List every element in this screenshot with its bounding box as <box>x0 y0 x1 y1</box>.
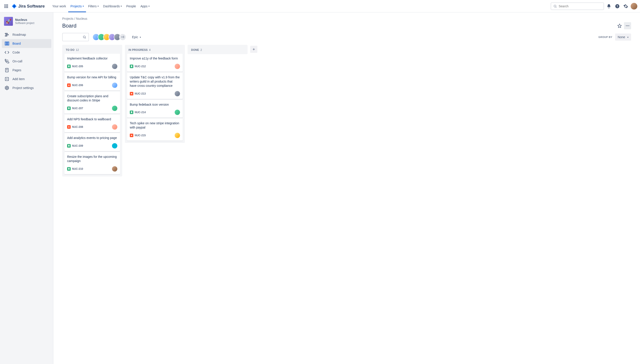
product-logo[interactable]: Jira Software <box>11 4 46 9</box>
card-meta: NUC-213 <box>130 92 146 96</box>
sidebar-item-settings[interactable]: Project settings <box>2 84 51 92</box>
svg-rect-6 <box>5 36 7 36</box>
card-title: Add analytics events to pricing page <box>67 136 117 140</box>
controls-right: GROUP BY None ▾ <box>598 34 631 40</box>
nav-label: Apps <box>140 4 148 8</box>
product-name: Jira Software <box>18 4 45 9</box>
assignee-avatar[interactable] <box>112 143 117 148</box>
top-nav-right: ? <box>551 2 637 10</box>
notifications-button[interactable] <box>605 3 612 10</box>
bug-type-icon <box>130 92 133 96</box>
project-header[interactable]: 🚀 Nucleus Software project <box>2 17 51 30</box>
star-icon <box>617 24 622 28</box>
card-title: Bump fedeback icon version <box>130 102 180 107</box>
nav-your-work[interactable]: Your work <box>50 0 68 12</box>
primary-nav: Your work Projects▾ Filters▾ Dashboards▾… <box>50 0 152 12</box>
assignee-avatar[interactable] <box>175 64 180 69</box>
issue-card[interactable]: Tech spike on new stripe integration wit… <box>127 118 183 141</box>
assignee-avatar[interactable] <box>175 110 180 115</box>
story-type-icon <box>67 144 71 148</box>
jira-logo-icon <box>12 4 17 9</box>
svg-rect-5 <box>6 34 9 35</box>
issue-card[interactable]: Update T&C copy with v1.9 from the write… <box>127 72 183 99</box>
assignee-overflow[interactable]: +3 <box>119 34 126 40</box>
sidebar-label: Pages <box>13 68 21 72</box>
add-column-button[interactable] <box>250 46 257 53</box>
chevron-down-icon: ▾ <box>83 5 84 7</box>
sidebar-item-pages[interactable]: Pages <box>2 66 51 74</box>
issue-card[interactable]: Add NPS feedback to wallboardNUC-208 <box>64 114 120 132</box>
breadcrumb-current[interactable]: Nucleus <box>76 17 87 20</box>
issue-card[interactable]: Bump fedeback icon versionNUC-214 <box>127 100 183 118</box>
bug-type-icon <box>130 134 133 137</box>
nav-projects[interactable]: Projects▾ <box>68 0 86 12</box>
roadmap-icon <box>5 32 9 37</box>
card-footer: NUC-213 <box>130 91 180 96</box>
column-header[interactable]: IN PROGRESS4 <box>126 46 183 53</box>
issue-key: NUC-213 <box>135 92 146 95</box>
sidebar-item-add[interactable]: Add item <box>2 74 51 84</box>
breadcrumb-parent[interactable]: Projects <box>62 17 74 20</box>
epic-filter-label: Epic <box>132 35 138 39</box>
sidebar-item-oncall[interactable]: On-call <box>2 57 51 66</box>
issue-card[interactable]: Resize the images for the upcoming campa… <box>64 152 120 174</box>
assignee-avatar[interactable] <box>175 91 180 96</box>
issue-card[interactable]: Improve a11y of the feedback formNUC-212 <box>127 54 183 72</box>
phone-icon <box>5 59 9 64</box>
help-button[interactable]: ? <box>614 3 621 10</box>
global-search[interactable] <box>551 2 604 10</box>
issue-card[interactable]: Bump version for new API for billingNUC-… <box>64 72 120 90</box>
card-meta: NUC-210 <box>67 167 83 171</box>
assignee-avatar[interactable] <box>112 82 117 88</box>
board-column: TO DO12Implement feedback collectorNUC-2… <box>62 45 122 176</box>
epic-filter-dropdown[interactable]: Epic ▾ <box>130 34 143 40</box>
chevron-down-icon: ▾ <box>140 36 141 38</box>
issue-card[interactable]: Add analytics events to pricing pageNUC-… <box>64 133 120 151</box>
app-switcher-button[interactable] <box>3 3 10 10</box>
group-by-dropdown[interactable]: None ▾ <box>615 34 631 40</box>
card-title: Create subscription plans and discount c… <box>67 94 117 102</box>
card-footer: NUC-215 <box>130 133 180 138</box>
board-column: DONE2 <box>187 45 248 54</box>
story-type-icon <box>67 106 71 110</box>
svg-point-24 <box>68 126 70 128</box>
sidebar-item-code[interactable]: Code <box>2 48 51 57</box>
star-button[interactable] <box>616 22 623 29</box>
assignee-avatar[interactable] <box>112 166 117 172</box>
card-meta: NUC-212 <box>130 64 146 68</box>
add-icon <box>5 76 9 82</box>
card-footer: NUC-207 <box>67 106 117 111</box>
column-header[interactable]: DONE2 <box>189 46 246 53</box>
sidebar-item-roadmap[interactable]: Roadmap <box>2 30 51 39</box>
assignee-avatar[interactable] <box>175 133 180 138</box>
column-header[interactable]: TO DO12 <box>64 46 121 53</box>
svg-text:?: ? <box>616 4 618 8</box>
issue-card[interactable]: Implement feedback collectorNUC-205 <box>64 54 120 72</box>
board-search-box[interactable] <box>62 33 89 41</box>
assignee-avatar[interactable] <box>112 106 117 111</box>
svg-rect-7 <box>5 42 6 45</box>
assignee-avatar[interactable] <box>112 124 117 130</box>
bell-icon <box>606 4 611 9</box>
more-actions-button[interactable] <box>624 22 631 29</box>
issue-card[interactable]: Create subscription plans and discount c… <box>64 92 120 114</box>
story-type-icon <box>130 64 133 68</box>
nav-filters[interactable]: Filters▾ <box>86 0 101 12</box>
issue-key: NUC-208 <box>72 126 83 128</box>
svg-point-0 <box>554 5 556 7</box>
svg-point-20 <box>628 25 629 26</box>
story-type-icon <box>67 64 71 68</box>
card-meta: NUC-205 <box>67 64 83 68</box>
column-count: 2 <box>200 48 202 52</box>
card-footer: NUC-208 <box>67 124 117 130</box>
nav-apps[interactable]: Apps▾ <box>138 0 152 12</box>
nav-dashboards[interactable]: Dashboards▾ <box>101 0 124 12</box>
assignee-avatar[interactable] <box>112 64 117 69</box>
profile-avatar[interactable] <box>631 3 637 10</box>
nav-people[interactable]: People <box>124 0 138 12</box>
sidebar-item-board[interactable]: Board <box>2 39 51 48</box>
breadcrumb-sep: / <box>74 17 75 20</box>
settings-button[interactable] <box>622 3 629 10</box>
search-input[interactable] <box>559 4 601 8</box>
page-header: Board <box>62 22 631 29</box>
